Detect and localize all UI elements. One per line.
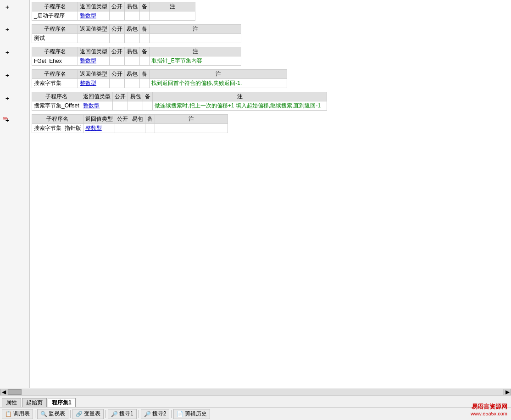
col-header-public-4: 公开 <box>110 70 125 79</box>
scroll-right-btn[interactable]: ▶ <box>504 389 511 395</box>
plus-btn-6[interactable]: + <box>6 117 9 124</box>
return-type-link[interactable]: 整数型 <box>80 12 96 19</box>
row-name-cell: 搜索字节集_Offset <box>32 101 81 111</box>
col-header-public-3: 公开 <box>110 47 125 56</box>
plus-btn-5[interactable]: + <box>6 95 9 102</box>
table-row: 搜索字节集 整数型 找到返回首个符合的偏移,失败返回-1. <box>32 79 287 88</box>
col-header-return-1: 返回值类型 <box>78 2 110 11</box>
row-return-cell: 整数型 <box>78 79 110 88</box>
search1-button[interactable]: 🔎 搜寻1 <box>108 409 137 419</box>
col-header-note-4: 注 <box>150 70 287 79</box>
row-public-cell <box>110 56 125 66</box>
var-icon: 🔗 <box>76 411 83 417</box>
return-type-link-4[interactable]: 整数型 <box>80 80 96 86</box>
row-name-cell: 搜索字节集_指针版 <box>32 124 83 133</box>
row-public-cell <box>115 124 130 133</box>
tab-attr[interactable]: 属性 <box>2 398 21 407</box>
table-1: 子程序名 返回值类型 公开 易包 备 注 _启动子程序 整数型 <box>32 2 195 21</box>
row-note-cell: 找到返回首个符合的偏移,失败返回-1. <box>150 79 287 88</box>
clip-history-button[interactable]: 📄 剪辑历史 <box>173 409 210 419</box>
row-public-cell <box>110 34 125 43</box>
plus-btn-3[interactable]: + <box>6 49 9 56</box>
separator-1 <box>35 410 35 418</box>
row-name-cell: _启动子程序 <box>32 11 78 21</box>
scroll-track[interactable] <box>7 389 504 395</box>
col-header-note-label-2: 备 <box>140 25 150 34</box>
scroll-thumb[interactable] <box>8 389 22 395</box>
col-header-public-6: 公开 <box>115 115 130 124</box>
row-easy-cell <box>125 34 140 43</box>
note-input-6[interactable] <box>157 125 226 132</box>
monitor-table-button[interactable]: 🔍 监视表 <box>37 409 68 419</box>
tab-program[interactable]: 程序集1 <box>48 398 76 407</box>
tab-home[interactable]: 起始页 <box>22 398 47 407</box>
content-area: ✏ + + + + + + 子程序名 返回值类型 公开 易包 <box>0 0 511 388</box>
row-note-cell <box>150 34 241 43</box>
col-header-note-label-1: 备 <box>140 2 150 11</box>
table-row: 搜索字节集_Offset 整数型 做连续搜索时,把上一次的偏移+1 填入起始偏移… <box>32 101 327 111</box>
col-header-easy-4: 易包 <box>125 70 140 79</box>
table-3: 子程序名 返回值类型 公开 易包 备 注 FGet_Ehex 整数型 <box>32 47 241 66</box>
plus-btn-2[interactable]: + <box>6 26 9 33</box>
watermark-url: www.e5a5x.com <box>471 411 507 416</box>
row-return-cell <box>78 34 110 43</box>
col-header-note-label-4: 备 <box>140 70 150 79</box>
col-header-public-2: 公开 <box>110 25 125 34</box>
table-4: 子程序名 返回值类型 公开 易包 备 注 搜索字节集 整数型 <box>32 69 287 88</box>
col-header-return-2: 返回值类型 <box>78 25 110 34</box>
table-6: 子程序名 返回值类型 公开 易包 备 注 搜索字节集_指针版 整数型 <box>32 114 228 133</box>
row-easy-cell <box>128 101 143 111</box>
clip-history-label: 剪辑历史 <box>185 410 207 418</box>
main-area: ✏ + + + + + + 子程序名 返回值类型 公开 易包 <box>0 0 511 420</box>
var-table-label: 变量表 <box>84 410 100 418</box>
col-header-note-6: 注 <box>155 115 228 124</box>
row-note-label-cell <box>140 34 150 43</box>
table-row: 搜索字节集_指针版 整数型 <box>32 124 228 133</box>
clip-icon: 📄 <box>177 411 183 417</box>
return-type-link-6[interactable]: 整数型 <box>85 125 102 131</box>
row-public-cell <box>113 101 128 111</box>
search2-button[interactable]: 🔎 搜寻2 <box>141 409 170 419</box>
plus-btn-1[interactable]: + <box>6 4 9 11</box>
var-table-button[interactable]: 🔗 变量表 <box>72 409 104 419</box>
row-note-label-cell <box>140 11 150 21</box>
table-row: FGet_Ehex 整数型 取指针_E字节集内容 <box>32 56 241 66</box>
row-note-input-cell[interactable] <box>155 124 228 133</box>
row-note-label-cell <box>143 101 153 111</box>
col-header-note-label-5: 备 <box>143 92 153 101</box>
return-type-link-3[interactable]: 整数型 <box>80 57 96 64</box>
bottom-toolbar: 📋 调用表 🔍 监视表 🔗 变量表 🔎 搜寻1 🔎 搜寻2 📄 剪辑历史 <box>0 407 511 420</box>
separator-4 <box>139 410 139 418</box>
row-note-label-cell <box>140 79 150 88</box>
separator-5 <box>171 410 172 418</box>
col-header-note-1: 注 <box>150 2 195 11</box>
col-header-note-label-3: 备 <box>140 47 150 56</box>
col-header-public-1: 公开 <box>110 2 125 11</box>
col-header-return-5: 返回值类型 <box>81 92 113 101</box>
horizontal-scrollbar[interactable]: ◀ ▶ <box>0 388 511 395</box>
plus-btn-4[interactable]: + <box>6 72 9 79</box>
col-header-easy-6: 易包 <box>130 115 145 124</box>
col-header-return-6: 返回值类型 <box>83 115 115 124</box>
monitor-icon: 🔍 <box>40 411 47 417</box>
scroll-left-btn[interactable]: ◀ <box>0 389 7 395</box>
col-header-easy-5: 易包 <box>128 92 143 101</box>
return-type-link-5[interactable]: 整数型 <box>83 102 100 109</box>
search1-icon: 🔎 <box>111 411 118 417</box>
right-panel: 子程序名 返回值类型 公开 易包 备 注 _启动子程序 整数型 <box>30 0 511 388</box>
col-header-return-4: 返回值类型 <box>78 70 110 79</box>
call-table-button[interactable]: 📋 调用表 <box>2 409 33 419</box>
col-header-name-1: 子程序名 <box>32 2 78 11</box>
table-section-2: 子程序名 返回值类型 公开 易包 备 注 测试 <box>32 24 509 43</box>
table-section-4: 子程序名 返回值类型 公开 易包 备 注 搜索字节集 整数型 <box>32 69 509 88</box>
col-header-name-5: 子程序名 <box>32 92 81 101</box>
col-header-note-5: 注 <box>153 92 327 101</box>
row-note-cell: 做连续搜索时,把上一次的偏移+1 填入起始偏移,继续搜索,直到返回-1 <box>153 101 327 111</box>
table-section-1: 子程序名 返回值类型 公开 易包 备 注 _启动子程序 整数型 <box>32 2 509 21</box>
table-row: _启动子程序 整数型 <box>32 11 195 21</box>
row-easy-cell <box>125 56 140 66</box>
row-note-label-cell <box>145 124 155 133</box>
call-table-icon: 📋 <box>5 411 12 417</box>
row-note-cell <box>150 11 195 21</box>
col-header-public-5: 公开 <box>113 92 128 101</box>
